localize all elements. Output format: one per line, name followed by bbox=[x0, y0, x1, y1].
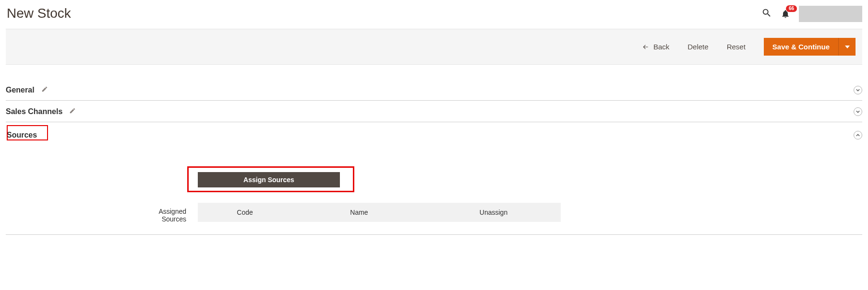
section-general[interactable]: General bbox=[6, 79, 862, 101]
back-label: Back bbox=[653, 43, 669, 51]
caret-down-icon bbox=[845, 45, 850, 49]
search-icon[interactable] bbox=[761, 8, 772, 20]
assign-sources-button[interactable]: Assign Sources bbox=[198, 172, 340, 187]
user-menu[interactable] bbox=[799, 6, 862, 22]
save-continue-dropdown[interactable] bbox=[838, 38, 856, 56]
page-title: New Stock bbox=[6, 6, 71, 21]
section-sources[interactable]: Sources bbox=[6, 122, 862, 147]
arrow-left-icon bbox=[642, 44, 650, 50]
section-sales-channels[interactable]: Sales Channels bbox=[6, 101, 862, 122]
delete-button[interactable]: Delete bbox=[687, 43, 708, 51]
back-button[interactable]: Back bbox=[642, 43, 669, 51]
notification-badge: 66 bbox=[786, 5, 797, 12]
assigned-sources-label: Assigned Sources bbox=[138, 203, 198, 223]
notifications-button[interactable]: 66 bbox=[781, 9, 790, 19]
section-sales-channels-title: Sales Channels bbox=[6, 107, 62, 116]
section-general-title: General bbox=[6, 86, 35, 94]
pencil-icon bbox=[69, 107, 76, 116]
chevron-down-icon[interactable] bbox=[854, 107, 862, 116]
pencil-icon bbox=[41, 86, 48, 94]
reset-button[interactable]: Reset bbox=[727, 43, 746, 51]
section-sources-title: Sources bbox=[7, 131, 37, 139]
column-header-code: Code bbox=[198, 209, 292, 216]
sources-panel: Assign Sources Assigned Sources Code Nam… bbox=[6, 147, 862, 235]
column-header-unassign: Unassign bbox=[426, 209, 561, 216]
assigned-sources-table: Code Name Unassign bbox=[198, 203, 561, 222]
action-bar: Back Delete Reset Save & Continue bbox=[6, 29, 862, 65]
chevron-up-icon[interactable] bbox=[854, 131, 862, 139]
chevron-down-icon[interactable] bbox=[854, 86, 862, 94]
column-header-name: Name bbox=[292, 209, 426, 216]
save-continue-button[interactable]: Save & Continue bbox=[764, 38, 838, 56]
